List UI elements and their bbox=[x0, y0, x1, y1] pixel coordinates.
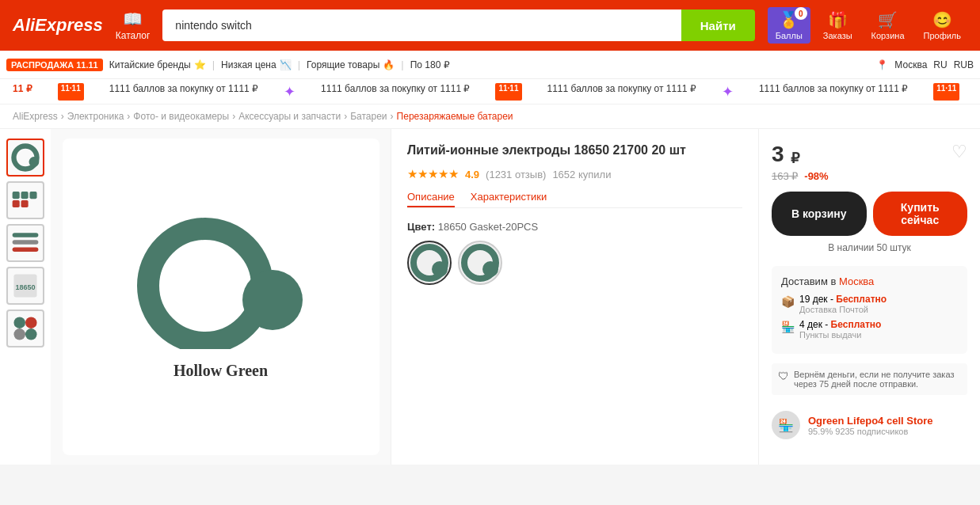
search-bar: Найти bbox=[162, 9, 754, 41]
price-current: 3 bbox=[772, 142, 784, 167]
svg-point-13 bbox=[25, 317, 37, 328]
color-swatch-2[interactable] bbox=[458, 241, 502, 285]
svg-rect-9 bbox=[13, 247, 39, 251]
guarantee-text: Вернём деньги, если не получите заказ че… bbox=[794, 370, 961, 389]
eleven-badge-3: 11·11 bbox=[933, 83, 959, 101]
thumbnail-5[interactable] bbox=[6, 309, 44, 347]
eleven-badge-2: 11·11 bbox=[495, 83, 521, 101]
breadcrumb-electronics[interactable]: Электроника bbox=[67, 111, 124, 122]
price-old-row: 163 ₽ -98% bbox=[772, 170, 829, 182]
logo: AliExpress bbox=[13, 15, 103, 36]
shield-icon: 🛡 bbox=[778, 370, 789, 382]
svg-rect-5 bbox=[21, 200, 29, 207]
breadcrumb: AliExpress › Электроника › Фото- и видео… bbox=[0, 104, 980, 129]
store-info: Ogreen Lifepo4 cell Store 95.9% 9235 под… bbox=[808, 415, 933, 436]
svg-rect-4 bbox=[13, 200, 20, 207]
rating-value: 4.9 bbox=[465, 169, 479, 180]
breadcrumb-batteries[interactable]: Батареи bbox=[350, 111, 387, 122]
svg-point-17 bbox=[242, 270, 303, 330]
cart-icon: 🛒 bbox=[878, 10, 898, 29]
promo-bar: РАСПРОДАЖА 11.11 Китайские бренды ⭐ | Ни… bbox=[0, 51, 980, 79]
ticker-inner: 11 ₽ 11·11 1111 баллов за покупку от 111… bbox=[0, 83, 980, 101]
delivery-info-1: 19 дек - Бесплатно Доставка Почтой bbox=[799, 294, 887, 314]
delivery-info-2: 4 дек - Бесплатно Пункты выдачи bbox=[799, 319, 881, 340]
cart-button[interactable]: 🛒 Корзина bbox=[865, 7, 911, 44]
ticker: 11 ₽ 11·11 1111 баллов за покупку от 111… bbox=[0, 79, 980, 104]
stars: ★★★★★ bbox=[407, 167, 459, 181]
svg-rect-2 bbox=[13, 192, 20, 199]
search-input[interactable] bbox=[162, 9, 681, 41]
currency-switch[interactable]: RUB bbox=[954, 59, 974, 70]
breadcrumb-accessories[interactable]: Аксессуары и запчасти bbox=[238, 111, 341, 122]
price-panel: 3 ₽ 163 ₽ -98% ♡ В корзину Купить сейчас… bbox=[758, 129, 980, 465]
product-svg bbox=[134, 215, 308, 349]
store-stats: 95.9% 9235 подписчиков bbox=[808, 427, 933, 436]
breadcrumb-aliexpress[interactable]: AliExpress bbox=[13, 111, 58, 122]
delivery-option-2: 🏪 4 дек - Бесплатно Пункты выдачи bbox=[781, 319, 958, 340]
product-label: Hollow Green bbox=[174, 362, 268, 380]
thumbnail-1[interactable] bbox=[6, 139, 44, 177]
svg-rect-3 bbox=[21, 192, 29, 199]
svg-rect-7 bbox=[13, 233, 39, 237]
orders-icon: 🎁 bbox=[828, 10, 848, 29]
thumbnail-4[interactable]: 18650 bbox=[6, 267, 44, 305]
price-discount: -98% bbox=[804, 170, 828, 182]
store-row: 🏪 Ogreen Lifepo4 cell Store 95.9% 9235 п… bbox=[772, 404, 967, 446]
delivery-city-link[interactable]: Москва bbox=[839, 275, 874, 287]
balls-badge: 0 bbox=[795, 7, 807, 20]
location-city[interactable]: Москва bbox=[894, 59, 927, 70]
tab-description[interactable]: Описание bbox=[407, 191, 455, 207]
balls-button[interactable]: 0 🏅 Баллы bbox=[768, 7, 810, 44]
promo-hot-items[interactable]: Горящие товары 🔥 bbox=[307, 59, 395, 70]
catalog-button[interactable]: 📖 Каталог bbox=[116, 9, 151, 41]
thumbnail-list: 18650 bbox=[0, 129, 51, 465]
guarantee-block: 🛡 Вернём деньги, если не получите заказ … bbox=[772, 363, 967, 395]
wishlist-button[interactable]: ♡ bbox=[951, 142, 967, 162]
svg-point-21 bbox=[482, 261, 498, 277]
svg-rect-8 bbox=[13, 240, 39, 244]
price-old: 163 ₽ bbox=[772, 170, 798, 182]
delivery-title: Доставим в Москва bbox=[781, 275, 958, 287]
thumbnail-2[interactable] bbox=[6, 181, 44, 219]
color-swatch-1[interactable] bbox=[407, 241, 452, 285]
svg-rect-6 bbox=[29, 192, 36, 199]
buy-now-button[interactable]: Купить сейчас bbox=[873, 192, 968, 236]
product-tabs: Описание Характеристики bbox=[407, 191, 742, 208]
color-label: Цвет: 18650 Gasket-20PCS bbox=[407, 221, 742, 233]
thumbnail-3[interactable] bbox=[6, 224, 44, 262]
product-title: Литий-ионные электроды 18650 21700 20 шт bbox=[407, 142, 742, 159]
price-block: 3 ₽ 163 ₽ -98% bbox=[772, 142, 829, 182]
sale-badge[interactable]: РАСПРОДАЖА 11.11 bbox=[6, 59, 103, 71]
breadcrumb-cameras[interactable]: Фото- и видеокамеры bbox=[133, 111, 229, 122]
main-content: 18650 Hollow Green Литий-ионные электр bbox=[0, 129, 980, 465]
buy-buttons: В корзину Купить сейчас bbox=[772, 192, 967, 236]
profile-button[interactable]: 😊 Профиль bbox=[917, 7, 968, 44]
store-name-link[interactable]: Ogreen Lifepo4 cell Store bbox=[808, 415, 933, 427]
sold-count: 1652 купили bbox=[552, 169, 611, 180]
header: AliExpress 📖 Каталог Найти 0 🏅 Баллы 🎁 З… bbox=[0, 0, 980, 51]
promo-chinese-brands[interactable]: Китайские бренды ⭐ bbox=[109, 59, 206, 70]
price-header: 3 ₽ 163 ₽ -98% ♡ bbox=[772, 142, 967, 182]
search-button[interactable]: Найти bbox=[681, 9, 755, 41]
svg-point-14 bbox=[13, 328, 25, 340]
orders-button[interactable]: 🎁 Заказы bbox=[817, 7, 859, 44]
postal-icon: 📦 bbox=[781, 295, 795, 308]
product-info: Литий-ионные электроды 18650 21700 20 шт… bbox=[391, 129, 758, 465]
price-row: 3 ₽ bbox=[772, 142, 829, 167]
reviews-count[interactable]: (1231 отзыв) bbox=[486, 169, 546, 180]
promo-price-filter[interactable]: По 180 ₽ bbox=[410, 59, 450, 70]
promo-low-price[interactable]: Низкая цена 📉 bbox=[221, 59, 292, 70]
location-area: 📍 Москва RU RUB bbox=[876, 59, 974, 70]
in-stock-label: В наличии 50 штук bbox=[772, 242, 967, 253]
profile-icon: 😊 bbox=[932, 10, 952, 29]
svg-point-12 bbox=[13, 317, 25, 328]
breadcrumb-rechargeable[interactable]: Перезаряжаемые батареи bbox=[397, 111, 513, 122]
pickup-icon: 🏪 bbox=[781, 321, 795, 333]
catalog-icon: 📖 bbox=[123, 9, 143, 28]
svg-point-15 bbox=[25, 328, 37, 340]
tab-specs[interactable]: Характеристики bbox=[471, 191, 547, 207]
store-avatar: 🏪 bbox=[772, 411, 800, 439]
add-to-cart-button[interactable]: В корзину bbox=[772, 192, 867, 236]
lang-switch[interactable]: RU bbox=[933, 59, 947, 70]
svg-point-16 bbox=[148, 229, 262, 343]
